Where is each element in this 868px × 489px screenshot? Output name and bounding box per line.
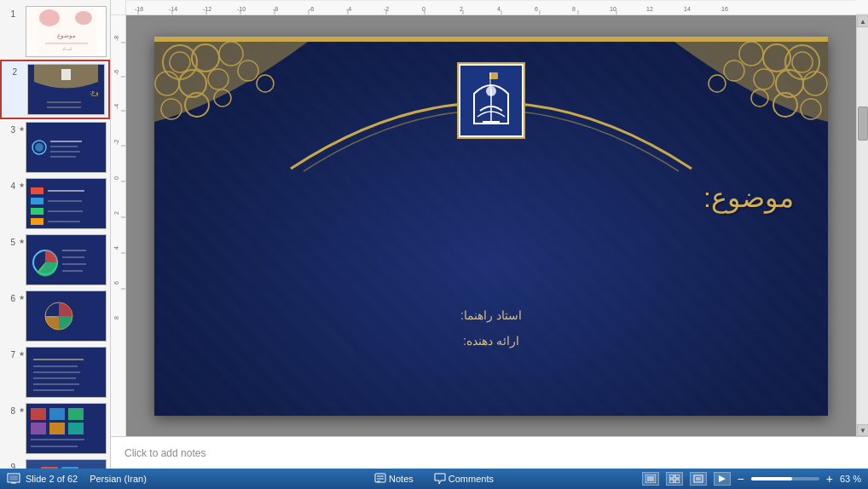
slide-with-rulers: -16 -14 -12 -10 -8 -6 -4 -2 0 2 4 6 [111, 0, 868, 436]
normal-view-btn[interactable] [642, 472, 659, 486]
svg-rect-53 [61, 467, 78, 469]
svg-rect-45 [68, 408, 84, 420]
slide-thumb-8[interactable]: 8 ★ [0, 400, 110, 457]
slide-info: Slide 2 of 62 [26, 474, 78, 484]
slide-star-4: ★ [17, 181, 26, 189]
zoom-minus-btn[interactable]: − [738, 473, 744, 485]
slide-main-title[interactable]: موضوع: [703, 181, 794, 214]
slide-thumb-3[interactable]: 3 ★ [0, 119, 110, 175]
slide-thumbnail-8[interactable] [26, 403, 107, 454]
svg-text:10: 10 [610, 6, 616, 12]
notes-icon [374, 473, 386, 485]
notes-placeholder: Click to add notes [124, 447, 205, 459]
svg-rect-7 [61, 69, 71, 80]
slide-number-8: 8 [3, 406, 15, 416]
slide-frame[interactable]: موضوع: استاد راهنما: ارائه دهنده: [154, 37, 828, 416]
slide-thumb-6[interactable]: 6 ★ [0, 288, 110, 344]
slide-thumbnail-2[interactable]: موضوع: [27, 64, 105, 115]
ruler-vertical: -8 -6 -4 -2 0 2 4 6 8 [111, 15, 126, 436]
zoom-plus-btn[interactable]: + [826, 473, 833, 485]
slide-thumb-4[interactable]: 4 ★ [0, 175, 110, 232]
svg-point-13 [35, 143, 43, 152]
svg-text:-14: -14 [169, 6, 177, 12]
ruler-v-svg: -8 -6 -4 -2 0 2 4 6 8 [111, 15, 126, 436]
slide-sorter-btn[interactable] [666, 472, 683, 486]
svg-rect-149 [647, 476, 654, 481]
zoom-slider[interactable] [751, 477, 819, 480]
slide-number-6: 6 [3, 294, 15, 303]
svg-rect-43 [31, 408, 46, 420]
slide-canvas-area: موضوع: استاد راهنما: ارائه دهنده: [126, 15, 856, 436]
main-slide-area: -16 -14 -12 -10 -8 -6 -4 -2 0 2 4 6 [111, 0, 868, 469]
ruler-top: -16 -14 -12 -10 -8 -6 -4 -2 0 2 4 6 [111, 0, 868, 15]
slide-thumbnail-3[interactable] [26, 122, 107, 173]
scroll-up-btn[interactable]: ▲ [857, 15, 868, 27]
slide-number-4: 4 [3, 181, 15, 191]
slide-icon [7, 473, 20, 485]
scroll-track-v[interactable] [857, 27, 868, 424]
slide-star-5: ★ [17, 238, 26, 245]
app-container: 1 موضوع استاد [0, 0, 868, 489]
svg-marker-157 [719, 475, 726, 482]
scrollbar-vertical[interactable]: ▲ ▼ [856, 15, 868, 436]
slide-panel[interactable]: 1 موضوع استاد [0, 0, 111, 469]
slide-number-5: 5 [3, 238, 15, 247]
svg-rect-46 [31, 423, 46, 434]
slide-thumbnail-5[interactable] [26, 234, 107, 285]
notes-button[interactable]: Notes [371, 473, 417, 485]
svg-rect-27 [26, 235, 90, 285]
slide-subtitle-advisor[interactable]: استاد راهنما: [460, 308, 522, 322]
slide-number-3: 3 [3, 125, 15, 135]
slide-thumbnail-6[interactable] [26, 291, 107, 342]
svg-text:6: 6 [113, 281, 119, 285]
slide-thumb-1[interactable]: 1 موضوع استاد [0, 3, 110, 60]
svg-rect-150 [669, 475, 674, 478]
presentation-btn[interactable] [714, 472, 731, 486]
svg-rect-52 [41, 467, 58, 469]
slide-thumb-7[interactable]: 7 ★ [0, 344, 110, 400]
svg-text:-10: -10 [237, 6, 246, 12]
reading-view-btn[interactable] [690, 472, 707, 486]
comments-button[interactable]: Comments [431, 473, 497, 485]
slide-subtitle-presenter[interactable]: ارائه دهنده: [463, 334, 519, 348]
university-logo [457, 62, 525, 139]
svg-rect-48 [68, 423, 84, 434]
svg-rect-154 [694, 475, 703, 482]
slide-thumbnail-9[interactable]: 7 7 [26, 459, 107, 469]
presentation-icon [717, 475, 727, 483]
status-left: Slide 2 of 62 Persian (Iran) [7, 473, 292, 485]
notes-area[interactable]: Click to add notes [111, 436, 868, 469]
slide-number-1: 1 [3, 9, 15, 19]
notes-label: Notes [389, 474, 414, 484]
slide-star-6: ★ [17, 294, 26, 302]
slide-thumbnail-1[interactable]: موضوع استاد [26, 6, 107, 57]
svg-text:-2: -2 [113, 140, 119, 145]
svg-text:8: 8 [113, 316, 119, 319]
svg-rect-19 [31, 187, 43, 194]
scroll-down-btn[interactable]: ▼ [857, 424, 868, 436]
svg-text:2: 2 [460, 6, 463, 12]
slide-thumbnail-4[interactable] [26, 178, 107, 229]
svg-text:موضوع:: موضوع: [90, 89, 98, 96]
slide-thumbnail-7[interactable] [26, 347, 107, 398]
svg-text:-4: -4 [113, 104, 119, 109]
svg-text:8: 8 [572, 6, 576, 12]
slide-thumb-9[interactable]: 9 7 7 [0, 457, 110, 469]
status-bar: Slide 2 of 62 Persian (Iran) Notes Comme [0, 469, 868, 489]
svg-text:16: 16 [721, 6, 728, 12]
logo-svg [459, 64, 524, 137]
slide-thumb-2[interactable]: 2 موضوع: [0, 60, 110, 119]
normal-view-icon [645, 475, 656, 483]
slide-and-vruler: -8 -6 -4 -2 0 2 4 6 8 [111, 15, 868, 436]
slide-sorter-icon [669, 475, 680, 483]
slide-number-7: 7 [3, 350, 15, 360]
svg-text:موضوع: موضوع [57, 32, 76, 39]
svg-text:14: 14 [684, 6, 691, 12]
slide-star-3: ★ [17, 125, 26, 133]
scroll-thumb-v[interactable] [858, 106, 868, 141]
svg-point-2 [75, 11, 92, 25]
svg-text:6: 6 [535, 6, 538, 12]
slide-thumb-5[interactable]: 5 ★ [0, 232, 110, 288]
svg-text:-16: -16 [135, 6, 143, 12]
reading-view-icon [693, 475, 703, 483]
